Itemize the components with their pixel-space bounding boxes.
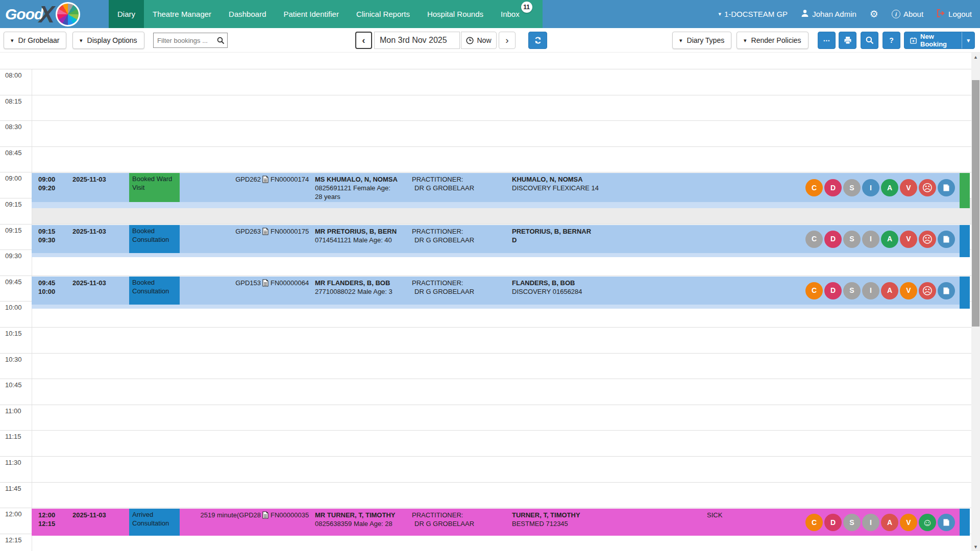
action-i-button[interactable]: I [862,514,879,531]
practice-selector[interactable]: ▾ 1-DOCSTEAM GP [718,10,788,18]
date-display[interactable]: Mon 3rd Nov 2025 [374,32,460,49]
action-a-button[interactable]: A [881,231,898,248]
practitioner-label: PRACTITIONER: [412,175,474,184]
time-slot-label: 11:30 [5,459,21,466]
logout-button[interactable]: Logout [937,9,972,19]
action-v-button[interactable]: V [900,282,917,299]
action-letter: A [887,235,892,243]
action-letter: C [812,518,817,527]
patient-detail: 0825638359 Male Age: 28 [315,519,413,528]
more-options-button[interactable]: ⋯ [818,32,836,49]
action-letter: S [849,184,854,192]
nav-item-dashboard[interactable]: Dashboard [220,0,275,28]
practitioner-name: DR G GROBELAAR [412,184,474,192]
happy-face-icon[interactable]: ☺ [919,514,936,531]
sad-face-icon[interactable]: ☹ [919,282,936,299]
document-icon[interactable] [262,176,268,185]
print-button[interactable] [839,32,856,49]
action-s-button[interactable]: S [843,179,861,196]
slot-grid-line [0,379,971,379]
action-s-button[interactable]: S [843,231,861,248]
slot-grid-line [0,482,971,483]
about-button[interactable]: i About [892,10,923,18]
sad-face-icon[interactable]: ☹ [919,231,936,248]
new-booking-button[interactable]: New Booking ▾ [904,32,975,49]
settings-button[interactable]: ⚙ [870,8,878,20]
nav-item-patient-identifier[interactable]: Patient Identifier [275,0,347,28]
patient-info: MR TURNER, T, TIMOTHY0825638359 Male Age… [315,511,413,528]
scroll-down-button[interactable]: ▼ [971,542,980,551]
sad-face-icon: ☹ [922,234,933,244]
end-time: 09:20 [38,184,55,192]
search-icon [217,37,225,44]
scrollbar-thumb[interactable] [972,80,979,327]
action-c-button[interactable]: C [805,514,823,531]
sad-face-icon[interactable]: ☹ [919,179,936,196]
appointment-row[interactable]: 09:1509:302025-11-03Booked ConsultationG… [32,225,970,253]
appointment-row[interactable]: 12:0012:152025-11-03Arrived Consultation… [32,509,970,536]
nav-item-clinical-reports[interactable]: Clinical Reports [348,0,419,28]
document-icon[interactable] [262,511,268,521]
render-policies-dropdown[interactable]: ▾ Render Policies [737,32,808,49]
nav-item-theatre-manager[interactable]: Theatre Manager [144,0,220,28]
display-options-dropdown[interactable]: ▾ Display Options [72,32,144,49]
document-icon[interactable] [262,279,268,289]
action-d-button[interactable]: D [824,282,842,299]
happy-face-icon: ☺ [922,517,933,528]
note-icon[interactable] [938,282,955,299]
action-c-button[interactable]: C [805,282,823,299]
action-d-button[interactable]: D [824,179,842,196]
action-d-button[interactable]: D [824,514,842,531]
action-v-button[interactable]: V [900,179,917,196]
nav-item-label: Diary [117,10,135,18]
filter-bookings-box [153,33,228,48]
prev-day-button[interactable]: ‹ [355,32,372,49]
note-icon[interactable] [938,231,955,248]
chevron-down-icon[interactable]: ▾ [962,32,974,48]
practitioner-dropdown[interactable]: ▾ Dr Grobelaar [4,32,66,49]
appointment-row[interactable]: 09:4510:002025-11-03Booked ConsultationG… [32,277,970,305]
action-c-button[interactable]: C [805,179,823,196]
slot-grid-line [0,276,971,276]
user-menu[interactable]: Johan Admin [801,9,856,19]
action-v-button[interactable]: V [900,231,917,248]
action-a-button[interactable]: A [881,282,898,299]
chevron-down-icon: ▾ [80,37,83,44]
nav-item-inbox[interactable]: Inbox11 [492,0,528,28]
note-icon[interactable] [938,514,955,531]
time-slot-label: 09:30 [5,252,22,260]
action-d-button[interactable]: D [824,231,842,248]
action-c-button[interactable]: C [805,231,823,248]
document-icon[interactable] [262,228,268,237]
action-a-button[interactable]: A [881,514,898,531]
account-name: TURNER, T, TIMOTHY [512,511,614,519]
search-button[interactable] [861,32,878,49]
action-i-button[interactable]: I [862,231,879,248]
action-i-button[interactable]: I [862,282,879,299]
next-day-button[interactable]: › [499,32,516,49]
action-s-button[interactable]: S [843,282,861,299]
help-button[interactable]: ? [883,32,900,49]
practitioner-label: PRACTITIONER: [412,227,474,236]
action-i-button[interactable]: I [862,179,879,196]
scroll-up-button[interactable]: ▲ [971,53,980,61]
time-slot-label: 10:15 [5,330,22,337]
action-letter: D [830,235,836,243]
search-icon [866,36,874,44]
debtor-code: GPD263 [32,227,261,236]
appointment-row[interactable]: 09:0009:202025-11-03Booked Ward VisitGPD… [32,173,970,202]
diary-types-dropdown[interactable]: ▾ Diary Types [672,32,731,49]
note-icon[interactable] [938,179,955,196]
filter-bookings-input[interactable] [154,37,217,44]
action-s-button[interactable]: S [843,514,861,531]
refresh-button[interactable] [528,32,547,49]
time-slot-label: 10:30 [5,356,22,363]
time-slot-label: 10:00 [5,304,22,311]
action-a-button[interactable]: A [881,179,898,196]
help-icon: ? [889,36,894,44]
now-button[interactable]: Now [461,32,497,49]
time-slot-label: 09:15 [5,227,22,234]
nav-item-diary[interactable]: Diary [109,0,144,28]
action-v-button[interactable]: V [900,514,917,531]
nav-item-hospital-rounds[interactable]: Hospital Rounds [419,0,492,28]
